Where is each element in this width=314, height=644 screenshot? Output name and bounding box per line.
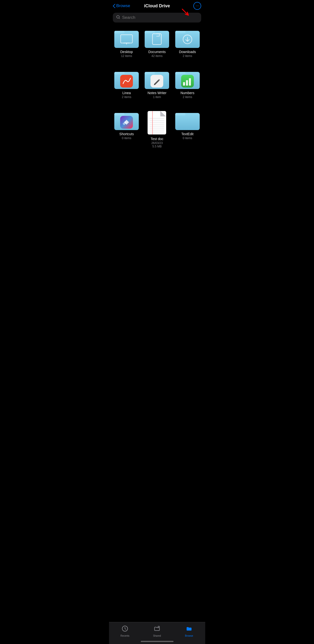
folder-grid-row-3: Shortcuts 0 items — [109, 108, 205, 150]
folder-textedit-subtitle: 0 items — [183, 136, 192, 140]
folder-downloads-icon — [175, 28, 200, 48]
more-button[interactable]: ··· — [193, 2, 201, 10]
svg-rect-10 — [175, 31, 185, 34]
folder-desktop-subtitle: 12 items — [121, 54, 132, 58]
svg-rect-7 — [145, 31, 155, 34]
file-test-doc[interactable]: Test doc 26/03/23 5.5 MB — [143, 110, 171, 148]
main-content: Desktop 12 items — [109, 26, 205, 174]
search-container — [109, 13, 205, 26]
folder-documents[interactable]: Documents 42 items — [143, 28, 171, 58]
folder-notes-writer-name: Notes Writer — [148, 91, 167, 95]
page-title: iCloud Drive — [144, 4, 170, 8]
folder-notes-writer-subtitle: 1 item — [153, 95, 161, 99]
back-label: Browse — [116, 4, 130, 8]
folder-notes-writer-icon — [145, 70, 169, 89]
folder-shortcuts-subtitle: 0 items — [122, 136, 131, 140]
folder-shortcuts[interactable]: Shortcuts 0 items — [113, 110, 140, 148]
folder-shortcuts-name: Shortcuts — [119, 132, 134, 136]
file-test-doc-date: 26/03/23 — [151, 141, 163, 145]
folder-downloads[interactable]: Downloads 2 items — [174, 28, 201, 58]
folder-grid-row-1: Desktop 12 items — [109, 26, 205, 60]
back-button[interactable]: Browse — [113, 4, 130, 8]
folder-documents-name: Documents — [148, 50, 166, 54]
folder-linea[interactable]: Linea 2 items — [113, 70, 140, 99]
folder-notes-writer[interactable]: Notes Writer 1 item — [143, 70, 171, 99]
folder-textedit-name: TextEdit — [181, 132, 194, 136]
spacer-1 — [109, 60, 205, 68]
search-bar[interactable] — [113, 13, 201, 22]
folder-numbers[interactable]: Numbers 2 items — [174, 70, 201, 99]
folder-downloads-name: Downloads — [179, 50, 196, 54]
folder-shortcuts-icon — [114, 110, 139, 130]
svg-rect-2 — [114, 31, 125, 34]
more-icon: ··· — [196, 4, 199, 8]
folder-grid-2: Linea 2 items — [113, 70, 201, 99]
folder-desktop-name: Desktop — [120, 50, 133, 54]
folder-textedit-icon — [175, 110, 200, 130]
folder-linea-icon — [114, 70, 139, 89]
svg-rect-13 — [114, 72, 125, 74]
folder-numbers-name: Numbers — [180, 91, 194, 95]
svg-rect-23 — [189, 78, 191, 86]
folder-textedit[interactable]: TextEdit 0 items — [174, 110, 201, 148]
search-icon — [116, 15, 120, 20]
svg-rect-16 — [145, 72, 155, 74]
folder-downloads-subtitle: 2 items — [183, 54, 192, 58]
svg-rect-38 — [175, 113, 185, 116]
file-test-doc-size: 5.5 MB — [152, 145, 162, 148]
folder-desktop[interactable]: Desktop 12 items — [113, 28, 140, 58]
folder-documents-icon — [145, 28, 169, 48]
search-input[interactable] — [122, 15, 198, 20]
folder-documents-subtitle: 42 items — [151, 54, 163, 58]
folder-desktop-icon — [114, 28, 139, 48]
file-test-doc-name: Test doc — [151, 137, 163, 141]
folder-linea-name: Linea — [122, 91, 131, 95]
file-test-doc-icon — [147, 110, 167, 135]
folder-numbers-subtitle: 2 items — [183, 95, 192, 99]
folder-linea-subtitle: 2 items — [122, 95, 131, 99]
svg-rect-25 — [114, 113, 125, 116]
folder-grid-row-2: Linea 2 items — [109, 68, 205, 101]
folder-grid: Desktop 12 items — [113, 28, 201, 58]
svg-rect-19 — [175, 72, 185, 74]
svg-rect-14 — [120, 75, 133, 88]
folder-numbers-icon — [175, 70, 200, 89]
svg-rect-21 — [183, 82, 185, 86]
spacer-2 — [109, 101, 205, 108]
navigation-bar: Browse iCloud Drive ··· — [109, 0, 205, 13]
svg-rect-22 — [186, 80, 188, 86]
folder-grid-3: Shortcuts 0 items — [113, 110, 201, 148]
